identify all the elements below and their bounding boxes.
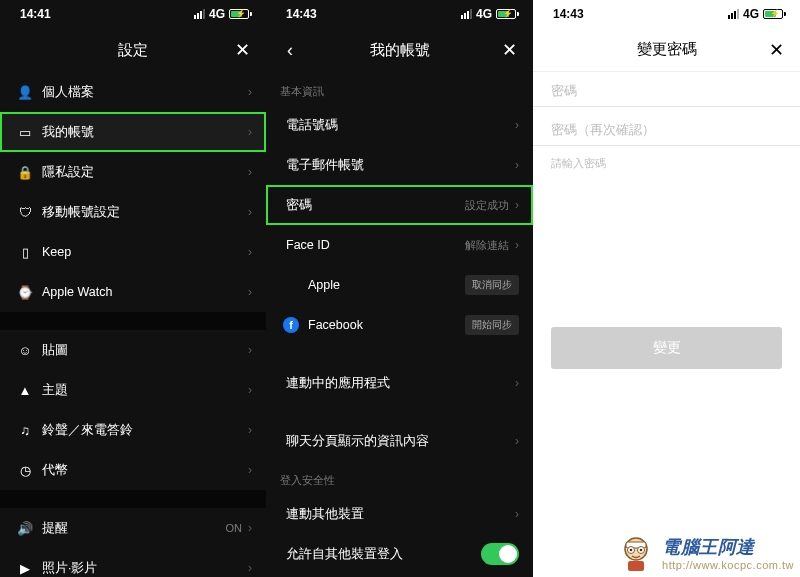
- row-linked-apps[interactable]: 連動中的應用程式›: [266, 363, 533, 403]
- chevron-right-icon: ›: [248, 165, 252, 179]
- page-title: 設定: [118, 41, 148, 60]
- row-label: Facebook: [302, 318, 465, 332]
- battery-icon: ⚡: [496, 9, 519, 19]
- status-bar: 14:43 4G ⚡: [533, 0, 800, 28]
- chevron-right-icon: ›: [248, 521, 252, 535]
- battery-icon: ⚡: [763, 9, 786, 19]
- row-label: 照片·影片: [36, 560, 242, 577]
- clock-icon: ◷: [14, 463, 36, 478]
- row-label: 主題: [36, 382, 242, 399]
- row-linked-facebook[interactable]: fFacebook開始同步: [266, 305, 533, 345]
- row-貼圖[interactable]: ☺貼圖›: [0, 330, 266, 370]
- person-icon: 👤: [14, 85, 36, 100]
- chevron-right-icon: ›: [248, 561, 252, 575]
- svg-rect-6: [628, 561, 644, 571]
- chevron-right-icon: ›: [248, 343, 252, 357]
- status-time: 14:43: [286, 7, 317, 21]
- row-label: Face ID: [280, 238, 465, 252]
- status-bar: 14:41 4G ⚡: [0, 0, 266, 28]
- row-Face ID[interactable]: Face ID解除連結›: [266, 225, 533, 265]
- chevron-right-icon: ›: [248, 383, 252, 397]
- play-icon: ▶: [14, 561, 36, 576]
- screen-change-password: 14:43 4G ⚡ 變更密碼 ✕ 密碼 密碼（再次確認） 請輸入密碼 變更: [533, 0, 800, 577]
- svg-point-5: [640, 549, 643, 552]
- row-label: 移動帳號設定: [36, 204, 242, 221]
- close-icon[interactable]: ✕: [489, 28, 529, 72]
- row-tail: 設定成功: [465, 198, 509, 213]
- row-電子郵件帳號[interactable]: 電子郵件帳號›: [266, 145, 533, 185]
- lock-icon: 🔒: [14, 165, 36, 180]
- chevron-right-icon: ›: [515, 198, 519, 212]
- row-label: Keep: [36, 245, 242, 259]
- row-電話號碼[interactable]: 電話號碼›: [266, 105, 533, 145]
- row-label: 個人檔案: [36, 84, 242, 101]
- chevron-right-icon: ›: [248, 245, 252, 259]
- chevron-right-icon: ›: [248, 423, 252, 437]
- row-密碼[interactable]: 密碼設定成功›: [266, 185, 533, 225]
- watermark: 電腦王阿達 http://www.kocpc.com.tw: [616, 533, 794, 573]
- password-confirm-field[interactable]: 密碼（再次確認）: [533, 111, 800, 146]
- row-label: 鈴聲／來電答鈴: [36, 422, 242, 439]
- nav-header: 設定 ✕: [0, 28, 266, 72]
- chevron-right-icon: ›: [515, 118, 519, 132]
- mascot-icon: [616, 533, 656, 573]
- id-icon: ▭: [14, 125, 36, 140]
- row-label: 貼圖: [36, 342, 242, 359]
- close-icon[interactable]: ✕: [756, 28, 796, 71]
- status-bar: 14:43 4G ⚡: [266, 0, 533, 28]
- section-security: 登入安全性: [266, 461, 533, 494]
- speaker-icon: 🔊: [14, 521, 36, 536]
- smile-icon: ☺: [14, 343, 36, 358]
- brush-icon: ▲: [14, 383, 36, 398]
- row-tail: 解除連結: [465, 238, 509, 253]
- watch-icon: ⌚: [14, 285, 36, 300]
- row-label: Apple: [302, 278, 465, 292]
- shield-icon: 🛡: [14, 205, 36, 220]
- back-icon[interactable]: ‹: [270, 28, 310, 72]
- row-label: 電話號碼: [280, 117, 509, 134]
- page-title: 我的帳號: [370, 41, 430, 60]
- status-time: 14:43: [553, 7, 584, 21]
- svg-point-4: [630, 549, 633, 552]
- battery-icon: ⚡: [229, 9, 252, 19]
- sync-button[interactable]: 取消同步: [465, 275, 519, 295]
- row-我的帳號[interactable]: ▭我的帳號›: [0, 112, 266, 152]
- row-allow-other[interactable]: 允許自其他裝置登入: [266, 534, 533, 574]
- music-icon: ♫: [14, 423, 36, 438]
- row-Keep[interactable]: ▯Keep›: [0, 232, 266, 272]
- chevron-right-icon: ›: [515, 158, 519, 172]
- row-提醒[interactable]: 🔊提醒ON›: [0, 508, 266, 548]
- row-代幣[interactable]: ◷代幣›: [0, 450, 266, 490]
- row-label: 隱私設定: [36, 164, 242, 181]
- row-chat-detail[interactable]: 聊天分頁顯示的資訊內容›: [266, 421, 533, 461]
- password-placeholder: 密碼: [551, 82, 782, 100]
- nav-header: 變更密碼 ✕: [533, 28, 800, 72]
- bookmark-icon: ▯: [14, 245, 36, 260]
- row-照片·影片[interactable]: ▶照片·影片›: [0, 548, 266, 577]
- chevron-right-icon: ›: [515, 238, 519, 252]
- toggle-on[interactable]: [481, 543, 519, 565]
- page-title: 變更密碼: [637, 40, 697, 59]
- password-field[interactable]: 密碼: [533, 72, 800, 107]
- chevron-right-icon: ›: [248, 125, 252, 139]
- row-個人檔案[interactable]: 👤個人檔案›: [0, 72, 266, 112]
- row-linked-apple[interactable]: Apple取消同步: [266, 265, 533, 305]
- sync-button[interactable]: 開始同步: [465, 315, 519, 335]
- password-hint: 請輸入密碼: [533, 150, 800, 177]
- row-label: 密碼: [280, 197, 465, 214]
- chevron-right-icon: ›: [248, 85, 252, 99]
- chevron-right-icon: ›: [248, 285, 252, 299]
- chevron-right-icon: ›: [248, 205, 252, 219]
- close-icon[interactable]: ✕: [222, 28, 262, 72]
- row-主題[interactable]: ▲主題›: [0, 370, 266, 410]
- row-label: 代幣: [36, 462, 242, 479]
- row-link-other[interactable]: 連動其他裝置›: [266, 494, 533, 534]
- nav-header: ‹ 我的帳號 ✕: [266, 28, 533, 72]
- row-鈴聲／來電答鈴[interactable]: ♫鈴聲／來電答鈴›: [0, 410, 266, 450]
- row-移動帳號設定[interactable]: 🛡移動帳號設定›: [0, 192, 266, 232]
- row-隱私設定[interactable]: 🔒隱私設定›: [0, 152, 266, 192]
- change-button[interactable]: 變更: [551, 327, 782, 369]
- row-Apple Watch[interactable]: ⌚Apple Watch›: [0, 272, 266, 312]
- screen-settings: 14:41 4G ⚡ 設定 ✕ 👤個人檔案›▭我的帳號›🔒隱私設定›🛡移動帳號設…: [0, 0, 266, 577]
- signal-icon: [194, 9, 205, 19]
